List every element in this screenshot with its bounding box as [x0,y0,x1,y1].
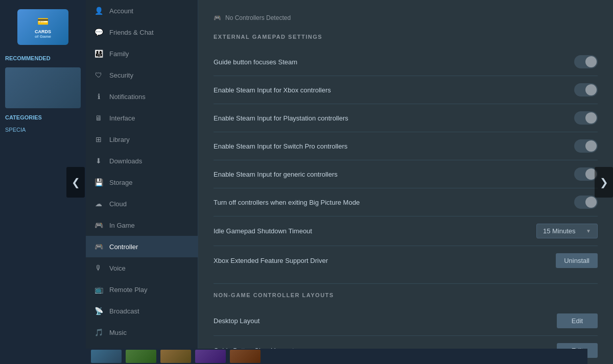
sidebar-label-remote-play: Remote Play [109,286,147,294]
playstation-input-row: Enable Steam Input for Playstation contr… [214,104,598,132]
sidebar-item-security[interactable]: 🛡Security [86,64,198,86]
idle-timeout-label: Idle Gamepad Shutdown Timeout [214,227,536,235]
switchpro-input-row: Enable Steam Input for Switch Pro contro… [214,132,598,160]
friends-chat-icon: 💬 [94,28,103,37]
sidebar-label-storage: Storage [109,179,133,186]
recommended-label: RECOMMENDED [5,53,81,63]
playstation-input-toggle[interactable] [574,111,598,125]
settings-main-panel: 🎮 No Controllers Detected EXTERNAL GAMEP… [198,0,613,364]
switchpro-input-toggle[interactable] [574,139,598,153]
turn-off-controllers-label: Turn off controllers when exiting Big Pi… [214,199,574,206]
sidebar-item-cloud[interactable]: ☁Cloud [86,193,198,214]
sidebar-item-downloads[interactable]: ⬇Downloads [86,150,198,172]
bottom-thumb-2 [126,350,156,363]
playstation-input-label: Enable Steam Input for Playstation contr… [214,114,574,122]
generic-input-row: Enable Steam Input for generic controlle… [214,160,598,188]
sidebar-label-downloads: Downloads [109,157,142,165]
desktop-layout-row: Desktop Layout Edit [214,306,598,336]
special-label: SPECIA [5,127,81,133]
storage-icon: 💾 [94,178,103,187]
bottom-thumb-4 [195,350,226,363]
interface-icon: 🖥 [94,113,103,123]
gift-card-promo: 💳 CARDS of Game [17,9,68,45]
sidebar-label-in-game: In Game [109,222,135,229]
xbox-input-row: Enable Steam Input for Xbox controllers [214,76,598,104]
notifications-icon: ℹ [94,92,103,101]
remote-play-icon: 📺 [94,285,103,294]
sidebar-label-broadcast: Broadcast [109,307,139,315]
family-icon: 👨‍👩‍👧 [94,49,103,58]
settings-sidebar: 👤Account💬Friends & Chat👨‍👩‍👧Family🛡Secur… [86,0,198,364]
sidebar-item-controller[interactable]: 🎮Controller [86,236,198,257]
external-gamepad-section: EXTERNAL GAMEPAD SETTINGS Guide button f… [214,34,598,275]
sidebar-label-controller: Controller [109,243,138,251]
sidebar-item-account[interactable]: 👤Account [86,0,198,21]
cloud-icon: ☁ [94,199,103,208]
xbox-input-label: Enable Steam Input for Xbox controllers [214,86,574,94]
account-icon: 👤 [94,6,103,15]
no-controllers-bar: 🎮 No Controllers Detected [214,10,598,30]
sidebar-label-library: Library [109,136,130,143]
bottom-thumb-5 [230,350,261,363]
downloads-icon: ⬇ [94,156,103,165]
store-banner-left [5,67,81,108]
turn-off-controllers-toggle[interactable] [574,196,598,209]
bottom-store-bar [86,349,587,364]
voice-icon: 🎙 [94,263,103,273]
desktop-layout-edit-button[interactable]: Edit [557,313,598,328]
sidebar-item-friends-chat[interactable]: 💬Friends & Chat [86,21,198,43]
generic-input-label: Enable Steam Input for generic controlle… [214,171,574,178]
external-gamepad-title: EXTERNAL GAMEPAD SETTINGS [214,34,598,40]
sidebar-label-notifications: Notifications [109,93,146,101]
sidebar-label-cloud: Cloud [109,200,127,208]
sidebar-label-voice: Voice [109,264,126,272]
guide-button-label: Guide button focuses Steam [214,58,574,66]
sidebar-item-in-game[interactable]: 🎮In Game [86,214,198,236]
sidebar-label-music: Music [109,329,127,336]
idle-timeout-row: Idle Gamepad Shutdown Timeout 15 Minutes… [214,216,598,246]
xbox-driver-row: Xbox Extended Feature Support Driver Uni… [214,246,598,275]
switchpro-input-label: Enable Steam Input for Switch Pro contro… [214,142,574,150]
sidebar-label-security: Security [109,71,133,79]
bottom-thumb-1 [91,350,122,363]
broadcast-icon: 📡 [94,306,103,316]
desktop-layout-label: Desktop Layout [214,317,557,325]
in-game-icon: 🎮 [94,221,103,230]
idle-timeout-dropdown[interactable]: 15 Minutes ▼ [536,224,598,238]
sidebar-item-voice[interactable]: 🎙Voice [86,257,198,279]
guide-button-row: Guide button focuses Steam [214,48,598,76]
guide-button-toggle[interactable] [574,55,598,68]
non-game-title: NON-GAME CONTROLLER LAYOUTS [214,292,598,298]
no-controllers-text: No Controllers Detected [225,14,291,21]
controller-icon: 🎮 [94,242,103,251]
sidebar-item-remote-play[interactable]: 📺Remote Play [86,279,198,300]
bottom-thumb-3 [160,350,191,363]
sidebar-item-broadcast[interactable]: 📡Broadcast [86,300,198,322]
turn-off-controllers-row: Turn off controllers when exiting Big Pi… [214,188,598,216]
sidebar-label-account: Account [109,7,133,15]
sidebar-item-library[interactable]: ⊞Library [86,129,198,150]
section-divider [214,283,598,284]
xbox-driver-label: Xbox Extended Feature Support Driver [214,257,556,264]
sidebar-item-music[interactable]: 🎵Music [86,322,198,343]
sidebar-label-family: Family [109,50,129,58]
idle-timeout-value: 15 Minutes [543,227,576,235]
sidebar-label-friends-chat: Friends & Chat [109,29,154,36]
library-icon: ⊞ [94,135,103,144]
uninstall-button[interactable]: Uninstall [556,253,598,268]
xbox-input-toggle[interactable] [574,83,598,96]
sidebar-item-family[interactable]: 👨‍👩‍👧Family [86,43,198,64]
security-icon: 🛡 [94,70,103,80]
sidebar-label-interface: Interface [109,114,135,122]
nav-arrow-right[interactable]: ❯ [595,167,613,198]
chevron-down-icon: ▼ [586,228,591,234]
controller-icon-small: 🎮 [214,14,221,21]
categories-label: CATEGORIES [5,112,81,123]
sidebar-item-notifications[interactable]: ℹNotifications [86,86,198,107]
sidebar-item-storage[interactable]: 💾Storage [86,172,198,193]
sidebar-item-interface[interactable]: 🖥Interface [86,107,198,129]
music-icon: 🎵 [94,328,103,337]
nav-arrow-left[interactable]: ❮ [66,167,85,198]
